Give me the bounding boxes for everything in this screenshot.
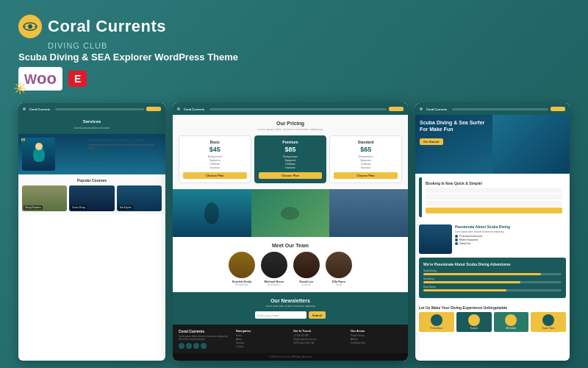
booking-submit-btn[interactable]: [426, 208, 562, 213]
gallery-diver: [173, 189, 251, 237]
premium-btn[interactable]: Choose Plan: [259, 172, 323, 179]
progress-bar-fill-1: [423, 273, 541, 275]
footer-logo: Coral Currents: [179, 329, 230, 333]
stat-value-3: Affordable: [496, 327, 527, 330]
course-card-3: Sea Explore: [117, 185, 162, 211]
header: Coral Currents Diving Club Scuba Diving …: [18, 15, 570, 91]
social-facebook[interactable]: [179, 343, 184, 349]
stat-icon-2: [468, 314, 480, 326]
preview-right: Coral Currents Scuba Diving & Sea Surfer…: [415, 103, 570, 361]
course-label-2: Scuba Diving: [71, 205, 87, 210]
left-nav-brand: Coral Currents: [29, 107, 50, 111]
footer-about-text: Lorem ipsum dolor sit amet consectetur a…: [179, 335, 230, 341]
stat-card-4: Expert Team: [531, 312, 566, 332]
checklist-item-3: Safety First: [455, 242, 566, 245]
newsletter-form: Enter your email Submit: [179, 311, 402, 319]
passionate-title: Passionate About Scuba Diving!: [88, 138, 162, 142]
diver-head: [35, 143, 43, 150]
stat-icon-4: [542, 314, 554, 326]
plugin-badges: Woo E: [18, 67, 570, 91]
course-label-3: Sea Explore: [118, 205, 133, 210]
progress-bar-fill-2: [423, 281, 520, 283]
team-photo-1: [229, 252, 255, 278]
about-title: Passionate About Scuba Diving: [455, 224, 566, 229]
mid-footer: Coral Currents Lorem ipsum dolor sit ame…: [173, 325, 408, 353]
mid-gallery: [173, 189, 408, 237]
pricing-cards: Basic $45 Diving session Equipment Certi…: [179, 135, 402, 183]
brand-subtitle: Diving Club: [48, 41, 570, 50]
gallery-cell-2: [251, 189, 330, 237]
hero-cta-btn[interactable]: Get Started: [420, 138, 443, 145]
progress-scuba: Scuba Diving: [423, 269, 562, 275]
basic-btn[interactable]: Choose Plan: [183, 172, 247, 179]
right-booking: Booking Is Now Quick & Simple!: [419, 177, 566, 217]
right-hero: Scuba Diving & Sea Surfer For Make Fun G…: [415, 115, 570, 174]
course-card-1: Diving Practises: [22, 185, 67, 211]
right-nav-brand: Coral Currents: [426, 107, 447, 111]
team-title: Meet Our Team: [179, 243, 402, 248]
left-diver-overlay: Passionate About Scuba Diving! Lorem ips…: [85, 134, 165, 174]
footer-copyright: © 2024 Coral Currents. All Rights Reserv…: [173, 353, 408, 361]
team-member-4: Ella Kane Guide: [324, 252, 354, 286]
diver-image: [22, 138, 55, 171]
nav-dot: [23, 107, 26, 110]
progress-bar-bg-3: [423, 289, 562, 291]
booking-field-1[interactable]: [426, 188, 562, 193]
turtle-shape: [281, 207, 299, 220]
stat-value-1: Performance: [421, 327, 452, 330]
newsletter-section: Our Newsletters Lorem ipsum dolor sit am…: [173, 292, 408, 325]
stats-row: Performance Trusted Affordable Expert Te…: [419, 312, 566, 332]
booking-title: Booking Is Now Quick & Simple!: [426, 181, 562, 185]
gallery-cell-3: [329, 189, 408, 237]
stat-value-4: Expert Team: [533, 327, 564, 330]
stat-value-2: Trusted: [459, 327, 490, 330]
left-diver-section: " Passionate About Scuba Diving! Lorem i…: [18, 134, 165, 174]
right-nav: Coral Currents: [415, 103, 570, 115]
right-nav-bar: [452, 108, 548, 110]
newsletter-submit-btn[interactable]: Submit: [309, 311, 326, 319]
left-nav: Coral Currents: [18, 103, 165, 115]
stat-icon-1: [431, 314, 442, 326]
team-member-2: Michael Nixon Sea Explorer: [259, 252, 289, 286]
diver-figure: [33, 147, 45, 162]
right-footer: Let Us Make Your Diving Experience Unfor…: [415, 302, 570, 336]
gallery-cell-1: [173, 189, 251, 237]
newsletter-input[interactable]: Enter your email: [255, 311, 306, 319]
brand-row: Coral Currents: [18, 15, 570, 38]
mid-nav: Coral Currents: [173, 103, 408, 115]
courses-grid: Diving Practises Scuba Diving Sea Explor…: [22, 185, 162, 211]
pricing-title: Our Pricing: [179, 121, 402, 126]
team-member-1: Scarlett Emily Diving Expert: [227, 252, 257, 286]
mid-nav-yellow: [389, 107, 404, 111]
woo-logo: Woo: [24, 69, 57, 88]
booking-field-2[interactable]: [426, 194, 562, 199]
pricing-sub: Lorem ipsum dolor sit amet consectetur a…: [179, 127, 402, 131]
preview-left: Coral Currents Services Lorem ipsum dolo…: [18, 103, 165, 361]
social-youtube[interactable]: [201, 343, 207, 349]
preview-middle: Coral Currents Our Pricing Lorem ipsum d…: [173, 103, 408, 361]
booking-field-3[interactable]: [426, 201, 562, 206]
mid-pricing: Our Pricing Lorem ipsum dolor sit amet c…: [173, 115, 408, 189]
right-passionate: We're Passionate About Scuba Diving Adve…: [419, 258, 566, 298]
pricing-basic: Basic $45 Diving session Equipment Certi…: [179, 135, 251, 183]
feature-list: ✔ Professional Instructor ✔ Safe Equipme…: [88, 152, 162, 162]
passionate-heading: We're Passionate About Scuba Diving Adve…: [423, 262, 562, 266]
standard-btn[interactable]: Choose Plan: [334, 172, 398, 179]
progress-bar-fill-3: [423, 289, 506, 291]
footer-areas-col: Our Areas Pacific Ocean Atlantic Caribbe…: [351, 329, 402, 349]
social-twitter[interactable]: [186, 343, 192, 349]
social-instagram[interactable]: [193, 343, 199, 349]
progress-sea: Sea Diving: [423, 277, 562, 283]
stat-card-1: Performance: [419, 312, 454, 332]
gallery-underwater: [329, 189, 408, 237]
hero-content: Scuba Diving & Sea Surfer For Make Fun G…: [420, 119, 565, 146]
courses-section: Popular Courses Diving Practises Scuba D…: [18, 174, 165, 215]
team-member-3: David Lee Instructor: [292, 252, 321, 286]
footer-slogan: Let Us Make Your Diving Experience Unfor…: [419, 305, 566, 310]
about-text: Lorem ipsum dolor sit amet consectetur a…: [455, 230, 566, 233]
team-grid: Scarlett Emily Diving Expert Michael Nix…: [179, 252, 402, 286]
newsletter-title: Our Newsletters: [179, 298, 402, 303]
checklist: Professional Instructors Modern Equipmen…: [455, 235, 566, 245]
footer-socials: [179, 343, 230, 349]
footer-brand-col: Coral Currents Lorem ipsum dolor sit ame…: [179, 329, 230, 349]
